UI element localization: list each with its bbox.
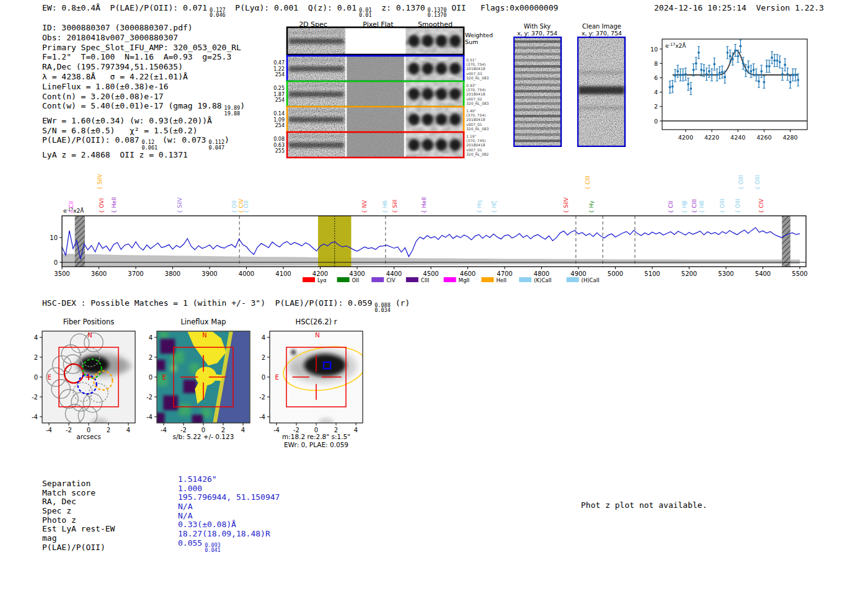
ellipse-shape [319, 418, 334, 425]
legend-label: Lyα [317, 277, 327, 283]
inset-y-tick: 6 [654, 74, 658, 81]
spectral-line-label: { Hη [476, 200, 482, 213]
catalog-match-table: Separation1.51426"Match score1.000RA, De… [42, 479, 280, 552]
text-segment: RA,Dec (195.797394,51.150635) [42, 62, 183, 71]
spectral-line-label: { SiIV [563, 197, 569, 213]
legend-swatch [406, 277, 418, 282]
spectral-line-label: { Hβ [681, 200, 688, 213]
main-x-tick: 4800 [534, 270, 549, 277]
compass-east-label: E [275, 374, 279, 381]
fiber-row-id-label: 1.40" [466, 109, 476, 113]
main-x-tick: 5400 [755, 270, 771, 277]
main-x-tick: 3800 [165, 270, 180, 277]
legend-swatch [481, 277, 494, 282]
match-row-value: 18.27(18.09,18.48)R [178, 529, 270, 538]
text-segment: z: 0.1370 [372, 3, 425, 12]
fiber-row-id-label: 0.51" [466, 58, 476, 62]
lineflux-caption: s/b: 5.22 +/- 0.123 [144, 433, 262, 440]
spectral-line-label: { OIII [755, 175, 761, 190]
text-segment: 195.796944, 51.150947 [178, 492, 280, 502]
lineflux-image-group [153, 329, 250, 425]
panel-y-tick: 4 [149, 334, 153, 341]
rect-shape [515, 53, 560, 55]
fiber-row-weight-label: 1.22 [273, 66, 285, 72]
rect-shape [347, 81, 404, 107]
panel-y-tick: -2 [32, 394, 38, 401]
legend-swatch [519, 277, 531, 282]
fiber-row-id-label: 20180418 [466, 92, 485, 96]
main-y-tick: 10 [50, 234, 58, 241]
match-table-row: Spec zN/A [42, 506, 280, 515]
data-point [792, 74, 794, 76]
text-segment: Cont(w) = 5.40(±0.01)e-17 (gmag 19.88 [42, 101, 222, 110]
spec2d-panel: 0.471.222540.51"(370, 754)20180418v007_0… [267, 19, 499, 162]
text-segment: 18.27(18.09,18.48)R [178, 529, 270, 538]
data-point [734, 49, 737, 51]
report-datetime: 2024-12-16 10:25:14 [654, 3, 746, 12]
fraction-lo: 0.061 [142, 145, 158, 150]
legend-swatch [371, 277, 384, 282]
spectral-line-label: { NV [361, 200, 368, 213]
rect-shape [289, 135, 343, 138]
stacked-fraction: 0.1270.046 [210, 7, 226, 17]
rect-shape [515, 71, 560, 74]
clean-subtitle: x, y: 370, 754 [569, 30, 634, 37]
text-segment: 1.000 [178, 484, 202, 493]
spectral-line-label: { SiIV [97, 174, 103, 190]
rect-shape [578, 86, 624, 94]
tspan-shape: x2Å [675, 42, 686, 49]
legend-label: CIII [421, 277, 429, 283]
spectral-line-label: { OII [231, 200, 237, 213]
tspan-shape: x2Å [73, 207, 84, 214]
info-line: RA,Dec (195.797394,51.150635) [42, 62, 245, 72]
elixer-report-page: { "header": { "left_segments": [ {"t":"E… [0, 0, 868, 591]
hsc-caption-1: m:18.2 re:2.8" s:1.5" [257, 433, 375, 440]
compass-east-label: E [162, 374, 166, 381]
match-row-label: mag [42, 533, 178, 543]
main-x-tick: 4100 [275, 270, 291, 277]
data-point [797, 79, 799, 81]
text-segment: LineFlux = 1.80(±0.38)e-16 [42, 82, 169, 91]
data-point [676, 70, 679, 73]
main-x-tick: 3500 [54, 270, 69, 277]
data-point [760, 70, 763, 73]
inset-y-tick: 4 [654, 89, 658, 96]
data-point [680, 74, 682, 76]
spectral-line-label: { CIII [585, 176, 591, 190]
legend-label: OII [352, 277, 360, 283]
rect-shape [160, 339, 175, 353]
data-point [700, 69, 702, 71]
fiber-row-id-label: (370, 754) [466, 62, 485, 66]
rect-shape [289, 91, 343, 97]
text-segment: ) [240, 101, 245, 110]
main-x-tick: 4500 [423, 270, 438, 277]
spectral-line-label: { OVI [99, 198, 105, 213]
info-line: EWr = 1.60(±0.34) (w: 0.93(±0.20))Å [42, 116, 245, 126]
match-row-label: Separation [42, 479, 178, 488]
fiber-row-id-label: 320_RL_083 [466, 127, 489, 131]
fiber-image-group [42, 331, 135, 427]
data-point [771, 56, 773, 59]
data-point [786, 73, 789, 76]
text-segment: LyA z = 2.4868 OII z = 0.1371 [42, 150, 188, 159]
data-point [750, 70, 752, 73]
fraction-lo: 0.046 [210, 12, 226, 17]
spectral-line-label: { CIV [758, 198, 764, 213]
spectral-line-label: { CII [668, 201, 674, 213]
match-row-value: N/A [178, 502, 192, 511]
fiber-row-id-label: 320_RL_083 [466, 101, 489, 106]
legend-label: (K)CaII [534, 277, 551, 283]
rect-shape [515, 102, 560, 105]
fiber-row-id-label: (370, 754) [466, 87, 485, 92]
rect-shape [515, 40, 560, 43]
data-point [789, 81, 792, 83]
data-point [766, 65, 768, 68]
text-segment: S/N = 6.8(±0.5) χ² = 1.5(±0.2) [42, 126, 197, 135]
fiber-positions-plot: -4-4-2-2002244NE [22, 322, 156, 434]
legend-swatch [303, 277, 315, 282]
spectral-line-label: { CIII [691, 199, 698, 213]
fiber-row-weight-label: 1.09 [273, 117, 285, 123]
text-segment: Primary Spec_Slot_IFU_AMP: 320_053_020_R… [42, 43, 241, 52]
text-segment: OII Flags:0x00000009 [446, 3, 558, 12]
main-x-tick: 5000 [608, 270, 623, 277]
